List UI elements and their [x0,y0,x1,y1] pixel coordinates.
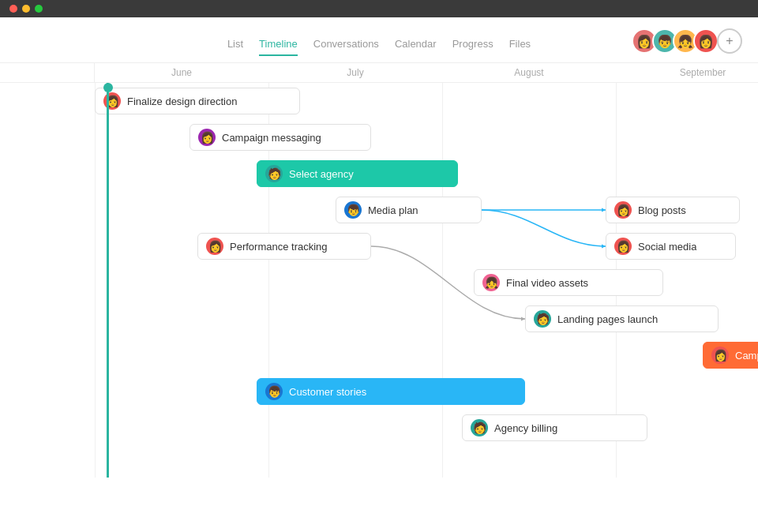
tab-timeline[interactable]: Timeline [259,38,298,56]
task-label-t8: Final video assets [506,277,588,289]
task-avatar-t5: 👩 [206,238,223,255]
task-t6[interactable]: 👩Blog posts [606,197,740,223]
tab-progress[interactable]: Progress [452,38,493,56]
task-t1[interactable]: 👩Finalize design direction [95,88,300,114]
task-t11[interactable]: 👦Customer stories [257,378,525,405]
header: 👩👦👧👩+ [0,17,758,30]
tab-list[interactable]: List [227,38,243,56]
close-dot[interactable] [9,5,17,13]
task-avatar-t8: 👧 [482,274,500,291]
tab-files[interactable]: Files [509,38,531,56]
task-t4[interactable]: 👦Media plan [336,197,482,223]
add-member-button[interactable]: + [717,28,742,54]
task-t5[interactable]: 👩Performance tracking [197,233,371,260]
task-t2[interactable]: 👩Campaign messaging [190,124,371,151]
task-t9[interactable]: 🧑Landing pages launch [525,305,719,332]
task-label-t12: Agency billing [494,422,557,434]
month-september: September [616,63,758,82]
task-t10[interactable]: 👩Campaign launch! [703,342,758,369]
task-avatar-t10: 👩 [711,347,729,364]
timeline[interactable]: JuneJulyAugustSeptember 👩Finalize design… [0,63,758,532]
month-august: August [442,63,616,82]
task-label-t2: Campaign messaging [222,132,321,144]
task-label-t9: Landing pages launch [557,313,658,325]
maximize-dot[interactable] [35,5,43,13]
months-row: JuneJulyAugustSeptember [95,63,758,82]
task-label-t10: Campaign launch! [735,350,758,362]
task-t12[interactable]: 🧑Agency billing [462,414,647,441]
task-label-t4: Media plan [368,204,418,216]
tab-conversations[interactable]: Conversations [313,38,379,56]
task-avatar-t11: 👦 [265,383,283,400]
tab-calendar[interactable]: Calendar [395,38,437,56]
task-t7[interactable]: 👩Social media [606,233,736,260]
task-avatar-t9: 🧑 [534,310,551,328]
app-window: 👩👦👧👩+ ListTimelineConversationsCalendarP… [0,17,758,532]
task-t8[interactable]: 👧Final video assets [474,269,663,296]
task-label-t5: Performance tracking [230,241,328,253]
task-label-t6: Blog posts [638,204,686,216]
task-label-t3: Select agency [289,168,354,180]
task-avatar-t6: 👩 [614,201,632,219]
task-label-t11: Customer stories [289,386,366,398]
task-t3[interactable]: 🧑Select agency [257,160,458,187]
task-avatar-t4: 👦 [344,201,362,219]
task-avatar-t2: 👩 [198,129,216,146]
month-june: June [95,63,268,82]
month-july: July [268,63,442,82]
task-label-t1: Finalize design direction [127,96,237,107]
avatar-3[interactable]: 👩 [693,28,719,54]
titlebar [0,0,758,17]
task-avatar-t3: 🧑 [265,165,283,182]
minimize-dot[interactable] [22,5,30,13]
timeline-body: 👩Finalize design direction👩Campaign mess… [0,83,758,478]
task-avatar-t12: 🧑 [471,419,488,436]
timeline-header: JuneJulyAugustSeptember [0,63,758,83]
avatar-group: 👩👦👧👩+ [632,28,742,54]
task-avatar-t7: 👩 [614,238,632,255]
task-label-t7: Social media [638,241,696,253]
